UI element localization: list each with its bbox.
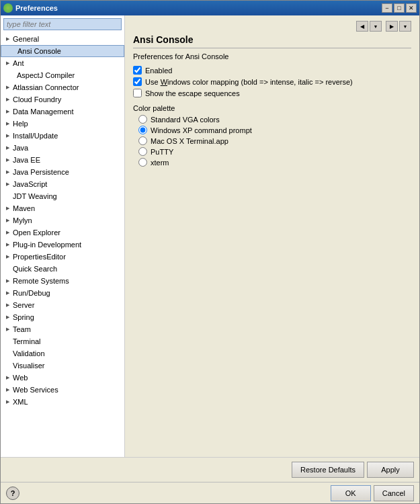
sidebar: General Ansi Console Ant AspectJ Compile… [1,15,125,457]
close-button[interactable]: ✕ [406,3,417,13]
expand-arrow [3,144,11,152]
expand-arrow [3,156,11,164]
expand-arrow [3,108,11,116]
radio-xterm[interactable] [138,158,147,167]
panel-subtitle: Preferences for Ansi Console [133,52,411,60]
panel-title: Ansi Console [133,34,411,48]
escape-sequences-checkbox[interactable] [133,89,142,97]
sidebar-item-javascript[interactable]: JavaScript [1,178,124,190]
bottom-action-bar: Restore Defaults Apply [1,457,419,482]
windows-color-option-row: Use Windows color mapping (bold => inten… [133,77,411,86]
sidebar-item-maven[interactable]: Maven [1,202,124,214]
forward-button[interactable]: ▶ [386,21,398,32]
radio-mac-osx-row: Mac OS X Terminal.app [138,136,411,145]
sidebar-item-validation[interactable]: Validation [1,347,124,360]
color-palette-label: Color palette [133,104,411,112]
sidebar-item-remote-systems[interactable]: Remote Systems [1,275,124,287]
sidebar-item-ant[interactable]: Ant [1,57,124,69]
title-bar-buttons: − □ ✕ [382,3,417,13]
sidebar-item-run-debug[interactable]: Run/Debug [1,287,124,299]
enabled-checkbox[interactable] [133,66,142,75]
radio-windows-xp[interactable] [138,126,147,134]
sidebar-item-java[interactable]: Java [1,142,124,154]
sidebar-item-plugin-development[interactable]: Plug-in Development [1,239,124,251]
escape-sequences-label: Show the escape sequences [145,89,240,97]
restore-defaults-button[interactable]: Restore Defaults [292,462,364,478]
sidebar-item-xml[interactable]: XML [1,396,124,408]
help-button[interactable]: ? [6,487,19,500]
expand-arrow [3,95,11,103]
tree-list: General Ansi Console Ant AspectJ Compile… [1,33,124,457]
radio-standard-vga[interactable] [138,115,147,124]
expand-arrow [3,386,11,394]
back-dropdown-button[interactable]: ▼ [370,21,382,32]
sidebar-item-web-services[interactable]: Web Services [1,384,124,396]
expand-arrow [3,120,11,128]
expand-arrow [3,277,11,285]
windows-color-label: Use Windows color mapping (bold => inten… [145,78,353,86]
expand-arrow [3,325,11,333]
expand-arrow [3,289,11,297]
expand-arrow [3,180,11,188]
expand-arrow [3,301,11,309]
sidebar-item-help[interactable]: Help [1,118,124,130]
expand-arrow [3,241,11,249]
sidebar-item-java-persistence[interactable]: Java Persistence [1,166,124,178]
cancel-button[interactable]: Cancel [374,485,414,501]
sidebar-item-team[interactable]: Team [1,323,124,335]
radio-putty[interactable] [138,147,147,156]
ok-button[interactable]: OK [331,485,371,501]
maximize-button[interactable]: □ [394,3,405,13]
forward-dropdown-button[interactable]: ▼ [399,21,411,32]
radio-standard-vga-row: Standard VGA colors [138,115,411,124]
color-palette-radio-group: Standard VGA colors Windows XP command p… [138,115,411,169]
right-panel: ◀ ▼ ▶ ▼ Ansi Console Preferences for Ans… [125,15,419,457]
expand-arrow [3,253,11,261]
sidebar-item-aspectj-compiler[interactable]: AspectJ Compiler [1,69,124,81]
window-content: General Ansi Console Ant AspectJ Compile… [1,15,419,503]
sidebar-item-mylyn[interactable]: Mylyn [1,214,124,226]
radio-putty-label: PuTTY [151,148,173,156]
sidebar-item-cloud-foundry[interactable]: Cloud Foundry [1,93,124,106]
window-title: Preferences [15,4,382,12]
apply-button[interactable]: Apply [367,462,414,478]
expand-arrow [3,132,11,140]
sidebar-item-properties-editor[interactable]: PropertiesEditor [1,251,124,263]
expand-arrow [3,228,11,237]
expand-arrow [3,59,11,67]
windows-color-checkbox[interactable] [133,77,142,86]
radio-mac-osx-label: Mac OS X Terminal.app [151,137,228,145]
filter-input[interactable] [3,18,122,30]
footer-bar: ? OK Cancel [1,482,419,503]
navigation-bar: ◀ ▼ ▶ ▼ [133,21,411,32]
sidebar-item-server[interactable]: Server [1,299,124,311]
sidebar-item-quick-search[interactable]: Quick Search [1,263,124,275]
back-button[interactable]: ◀ [356,21,368,32]
preferences-window: Preferences − □ ✕ General Ansi [0,0,420,504]
sidebar-item-jdt-weaving[interactable]: JDT Weaving [1,190,124,202]
sidebar-item-web[interactable]: Web [1,372,124,384]
sidebar-item-visualiser[interactable]: Visualiser [1,360,124,372]
sidebar-item-terminal[interactable]: Terminal [1,335,124,347]
radio-mac-osx[interactable] [138,136,147,145]
sidebar-item-java-ee[interactable]: Java EE [1,154,124,166]
expand-arrow [3,313,11,321]
sidebar-item-spring[interactable]: Spring [1,311,124,323]
app-icon [3,3,13,13]
expand-arrow [3,204,11,212]
expand-arrow [3,35,11,43]
sidebar-item-general[interactable]: General [1,33,124,45]
enabled-label: Enabled [145,67,172,75]
radio-xterm-label: xterm [151,159,169,167]
sidebar-item-install-update[interactable]: Install/Update [1,130,124,142]
sidebar-item-data-management[interactable]: Data Management [1,106,124,118]
minimize-button[interactable]: − [382,3,392,13]
expand-arrow [3,216,11,224]
expand-arrow [3,83,11,91]
expand-arrow [3,374,11,382]
sidebar-item-open-explorer[interactable]: Open Explorer [1,226,124,239]
expand-arrow [3,398,11,406]
radio-putty-row: PuTTY [138,147,411,156]
sidebar-item-ansi-console[interactable]: Ansi Console [1,45,124,57]
sidebar-item-atlassian-connector[interactable]: Atlassian Connector [1,81,124,93]
